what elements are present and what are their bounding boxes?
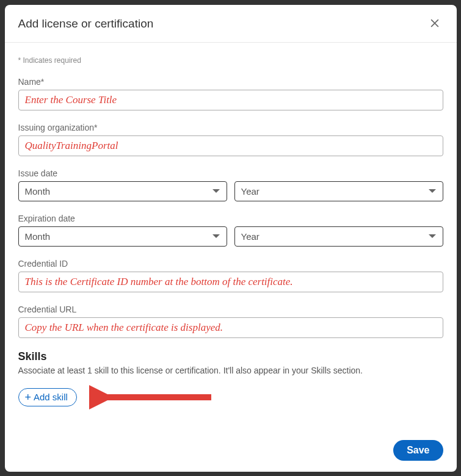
expiration-month-select[interactable]: Month [18, 226, 227, 247]
issuing-organization-input[interactable] [18, 135, 443, 156]
expiration-date-field: Expiration date Month Year [18, 214, 443, 247]
modal-footer: Save [5, 430, 457, 472]
save-button[interactable]: Save [393, 440, 443, 461]
skills-heading: Skills [18, 350, 443, 363]
credential-id-field: Credential ID [18, 259, 443, 292]
expiration-year-select[interactable]: Year [234, 226, 443, 247]
issue-year-select[interactable]: Year [234, 181, 443, 201]
arrow-annotation-icon [89, 385, 217, 409]
issue-date-field: Issue date Month Year [18, 168, 443, 201]
close-button[interactable] [426, 15, 443, 34]
expiration-month-wrap: Month [18, 226, 227, 247]
plus-icon: + [25, 392, 32, 403]
issue-month-wrap: Month [18, 181, 227, 201]
modal-body: * Indicates required Name* Issuing organ… [5, 43, 457, 430]
modal-header: Add license or certification [5, 5, 457, 43]
issuing-organization-label: Issuing organization* [18, 123, 443, 132]
issue-year-wrap: Year [234, 181, 443, 201]
expiration-year-wrap: Year [234, 226, 443, 247]
add-skill-button[interactable]: + Add skill [18, 388, 77, 406]
add-certification-modal: Add license or certification * Indicates… [5, 5, 457, 472]
credential-url-label: Credential URL [18, 305, 443, 314]
name-input[interactable] [18, 90, 443, 110]
required-indicator-note: * Indicates required [18, 56, 443, 65]
credential-url-input[interactable] [18, 317, 443, 338]
issue-month-select[interactable]: Month [18, 181, 227, 201]
skills-description: Associate at least 1 skill to this licen… [18, 366, 443, 375]
issuing-organization-field: Issuing organization* [18, 123, 443, 156]
issue-date-label: Issue date [18, 168, 443, 178]
skills-section: Skills Associate at least 1 skill to thi… [18, 350, 443, 409]
close-icon [429, 17, 441, 31]
credential-url-field: Credential URL [18, 305, 443, 338]
add-skill-label: Add skill [34, 392, 68, 402]
credential-id-label: Credential ID [18, 259, 443, 269]
name-field: Name* [18, 77, 443, 110]
modal-title: Add license or certification [18, 17, 154, 31]
expiration-date-label: Expiration date [18, 214, 443, 223]
credential-id-input[interactable] [18, 272, 443, 292]
name-label: Name* [18, 77, 443, 87]
